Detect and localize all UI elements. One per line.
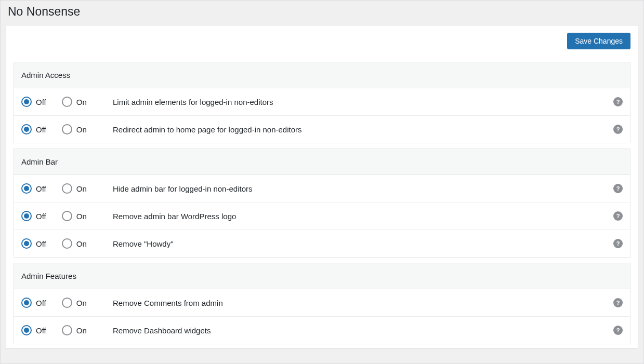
radio-off[interactable]: [21, 211, 32, 221]
radio-group: OffOn: [21, 298, 113, 308]
radio-label-off: Off: [36, 299, 46, 307]
radio-label-on: On: [76, 299, 87, 307]
radio-label-off: Off: [36, 326, 46, 335]
section-header: Admin Features: [14, 263, 630, 289]
radio-off[interactable]: [21, 97, 32, 107]
radio-item-on[interactable]: On: [62, 124, 87, 134]
radio-item-off[interactable]: Off: [21, 211, 46, 221]
radio-on[interactable]: [62, 211, 72, 221]
section-header: Admin Access: [14, 62, 630, 88]
section-admin-bar: Admin BarOffOnHide admin bar for logged-…: [14, 149, 630, 258]
radio-label-off: Off: [36, 125, 46, 134]
radio-group: OffOn: [21, 183, 113, 194]
radio-off[interactable]: [21, 298, 32, 308]
setting-row-remove-dashboard-widgets: OffOnRemove Dashboard widgets?: [14, 317, 630, 344]
radio-label-off: Off: [36, 98, 46, 106]
radio-item-on[interactable]: On: [62, 183, 87, 194]
radio-group: OffOn: [21, 211, 113, 221]
radio-on[interactable]: [62, 298, 72, 308]
help-icon[interactable]: ?: [613, 184, 623, 193]
radio-label-on: On: [76, 184, 87, 193]
radio-group: OffOn: [21, 124, 113, 134]
panel-toolbar: Save Changes: [6, 25, 638, 57]
radio-off[interactable]: [21, 124, 32, 134]
setting-label: Remove Dashboard widgets: [113, 326, 613, 335]
radio-item-on[interactable]: On: [62, 97, 87, 107]
setting-row-remove-comments: OffOnRemove Comments from admin?: [14, 289, 630, 317]
setting-row-hide-admin-bar: OffOnHide admin bar for logged-in non-ed…: [14, 175, 630, 203]
radio-label-on: On: [76, 98, 87, 106]
radio-on[interactable]: [62, 183, 72, 194]
help-icon[interactable]: ?: [613, 97, 623, 106]
section-header: Admin Bar: [14, 149, 630, 175]
radio-off[interactable]: [21, 238, 32, 249]
radio-on[interactable]: [62, 325, 72, 335]
radio-item-off[interactable]: Off: [21, 238, 46, 249]
radio-group: OffOn: [21, 325, 113, 335]
setting-label: Remove admin bar WordPress logo: [113, 212, 613, 221]
setting-label: Hide admin bar for logged-in non-editors: [113, 184, 613, 193]
radio-item-on[interactable]: On: [62, 211, 87, 221]
radio-label-off: Off: [36, 239, 46, 248]
setting-label: Redirect admin to home page for logged-i…: [113, 125, 613, 134]
setting-row-remove-wp-logo: OffOnRemove admin bar WordPress logo?: [14, 203, 630, 230]
radio-item-on[interactable]: On: [62, 238, 87, 249]
radio-off[interactable]: [21, 325, 32, 335]
radio-item-off[interactable]: Off: [21, 124, 46, 134]
setting-row-limit-admin-elements: OffOnLimit admin elements for logged-in …: [14, 88, 630, 116]
save-button[interactable]: Save Changes: [567, 33, 630, 49]
setting-label: Limit admin elements for logged-in non-e…: [113, 98, 613, 106]
setting-label: Remove "Howdy": [113, 239, 613, 248]
radio-on[interactable]: [62, 124, 72, 134]
radio-item-off[interactable]: Off: [21, 97, 46, 107]
radio-off[interactable]: [21, 183, 32, 194]
radio-group: OffOn: [21, 238, 113, 249]
radio-group: OffOn: [21, 97, 113, 107]
radio-item-on[interactable]: On: [62, 298, 87, 308]
radio-label-off: Off: [36, 212, 46, 221]
radio-label-on: On: [76, 326, 87, 335]
section-admin-access: Admin AccessOffOnLimit admin elements fo…: [14, 62, 630, 143]
page-title: No Nonsense: [1, 1, 643, 25]
radio-on[interactable]: [62, 97, 72, 107]
radio-item-off[interactable]: Off: [21, 325, 46, 335]
setting-row-redirect-admin-home: OffOnRedirect admin to home page for log…: [14, 116, 630, 143]
page-container: No Nonsense Save Changes Admin AccessOff…: [0, 0, 644, 364]
help-icon[interactable]: ?: [613, 326, 623, 335]
radio-label-on: On: [76, 212, 87, 221]
help-icon[interactable]: ?: [613, 239, 623, 248]
radio-on[interactable]: [62, 238, 72, 249]
help-icon[interactable]: ?: [613, 211, 623, 221]
settings-panel: Save Changes Admin AccessOffOnLimit admi…: [6, 25, 638, 349]
radio-label-off: Off: [36, 184, 46, 193]
section-admin-features: Admin FeaturesOffOnRemove Comments from …: [14, 263, 630, 344]
help-icon[interactable]: ?: [613, 125, 623, 134]
radio-label-on: On: [76, 239, 87, 248]
radio-label-on: On: [76, 125, 87, 134]
setting-label: Remove Comments from admin: [113, 299, 613, 307]
help-icon[interactable]: ?: [613, 298, 623, 307]
radio-item-on[interactable]: On: [62, 325, 87, 335]
setting-row-remove-howdy: OffOnRemove "Howdy"?: [14, 230, 630, 257]
radio-item-off[interactable]: Off: [21, 183, 46, 194]
radio-item-off[interactable]: Off: [21, 298, 46, 308]
